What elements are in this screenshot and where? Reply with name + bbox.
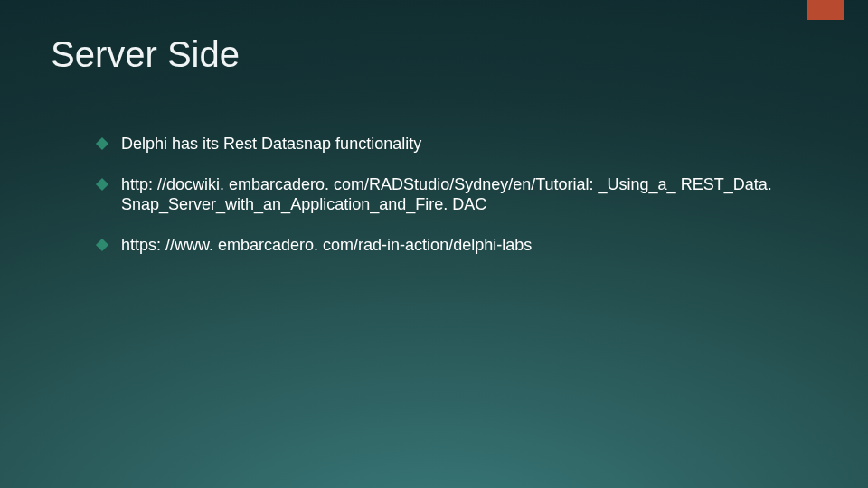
list-item: Delphi has its Rest Datasnap functionali… (98, 134, 814, 155)
bullet-diamond-icon (96, 238, 108, 250)
bullet-text: http: //docwiki. embarcadero. com/RADStu… (121, 174, 814, 215)
bullet-list: Delphi has its Rest Datasnap functionali… (98, 134, 814, 275)
bullet-text: https: //www. embarcadero. com/rad-in-ac… (121, 235, 814, 256)
page-title: Server Side (51, 34, 240, 75)
bullet-diamond-icon (96, 137, 108, 150)
bullet-text: Delphi has its Rest Datasnap functionali… (121, 134, 814, 155)
bullet-diamond-icon (96, 177, 108, 190)
list-item: http: //docwiki. embarcadero. com/RADStu… (98, 174, 814, 215)
list-item: https: //www. embarcadero. com/rad-in-ac… (98, 235, 814, 256)
accent-bar (807, 0, 844, 20)
slide: Server Side Delphi has its Rest Datasnap… (0, 0, 868, 488)
